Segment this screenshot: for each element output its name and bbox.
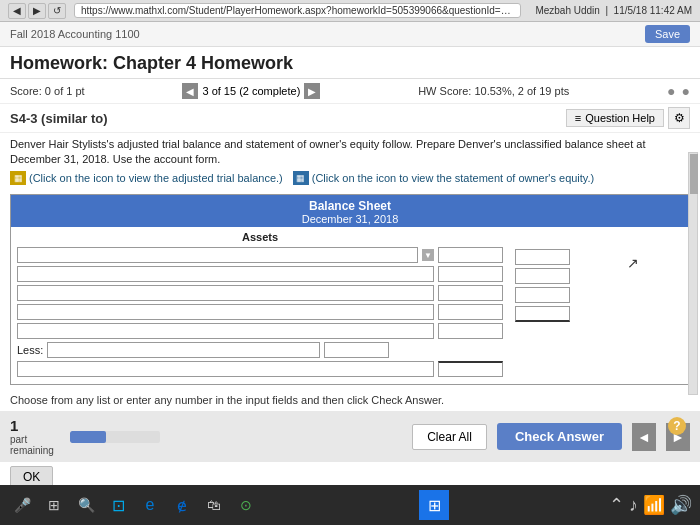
taskbar-right: ⌃ ♪ 📶 🔊 [609,494,692,516]
right-amount-3[interactable] [515,287,570,303]
circle-icon-2: ● [682,83,690,99]
top-header: Fall 2018 Accounting 1100 Save [0,22,700,47]
question-help-label: Question Help [585,112,655,124]
sheet-title: Balance Sheet [11,199,689,213]
circle-icon-1: ● [667,83,675,99]
score-label: Score: 0 of 1 pt [10,85,85,97]
help-circle[interactable]: ? [668,417,686,435]
taskbar-store-icon[interactable]: 🛍 [200,491,228,519]
page-title-bar: Homework: Chapter 4 Homework [0,47,700,79]
part-number: 1 [10,417,60,434]
back-button[interactable]: ◀ [8,3,26,19]
asset-amount-3[interactable] [438,285,503,301]
bs-header: Balance Sheet December 31, 2018 [11,195,689,227]
progress-bar-fill [70,431,106,443]
bs-right-row-3 [515,287,683,303]
equity-icon: ▦ [293,171,309,185]
asset-amount-6[interactable] [438,361,503,377]
clear-all-button[interactable]: Clear All [412,424,487,450]
taskbar-edge-icon[interactable]: e [136,491,164,519]
taskbar-explorer-icon[interactable]: ⊡ [104,491,132,519]
main-content: Fall 2018 Accounting 1100 Save Homework:… [0,22,700,485]
prev-question-button[interactable]: ◀ [182,83,198,99]
taskbar-windows-icon[interactable]: ⊞ [40,491,68,519]
taskbar: 🎤 ⊞ 🔍 ⊡ e ɇ 🛍 ⊙ ⊞ ⌃ ♪ 📶 🔊 [0,485,700,525]
trial-balance-icon: ▦ [10,171,26,185]
problem-text: Denver Hair Stylists's adjusted trial ba… [10,138,645,165]
asset-label-3[interactable] [17,285,434,301]
dropdown-arrow-1[interactable]: ▼ [422,249,434,261]
scroll-thumb[interactable] [690,154,698,194]
hw-score: HW Score: 10.53%, 2 of 19 pts [418,85,569,97]
choose-instructions: Choose from any list or enter any number… [0,389,700,411]
part-info: 1 part remaining [10,417,60,456]
bs-row-1: ▼ [17,247,503,263]
bs-row-5 [17,323,503,339]
asset-label-1[interactable] [17,247,418,263]
bs-right-row-1 [515,249,683,265]
bs-left: Assets ▼ [11,231,509,380]
browser-bar: ◀ ▶ ↺ https://www.mathxl.com/Student/Pla… [0,0,700,22]
right-amount-4[interactable] [515,306,570,322]
forward-button[interactable]: ▶ [28,3,46,19]
action-row: 1 part remaining Clear All Check Answer … [0,411,700,462]
taskbar-center: ⊞ [264,490,605,520]
equity-text: (Click on the icon to view the statement… [312,171,595,186]
check-answer-button[interactable]: Check Answer [497,423,622,450]
icons-right: ● ● [667,83,690,99]
refresh-button[interactable]: ↺ [48,3,66,19]
problem-description: Denver Hair Stylists's adjusted trial ba… [0,133,700,190]
nav-center: ◀ 3 of 15 (2 complete) ▶ [182,83,320,99]
scrollbar[interactable] [688,152,698,395]
nav-text: 3 of 15 (2 complete) [202,85,300,97]
asset-amount-5[interactable] [438,323,503,339]
bs-body: Assets ▼ [11,227,689,384]
gear-icon: ⚙ [674,111,685,125]
sheet-date: December 31, 2018 [11,213,689,225]
less-amount[interactable] [324,342,389,358]
ok-button[interactable]: OK [10,466,53,485]
question-help-button[interactable]: ≡ Question Help [566,109,664,127]
equity-statement-link[interactable]: ▦ (Click on the icon to view the stateme… [293,171,595,186]
bs-row-3 [17,285,503,301]
right-amount-1[interactable] [515,249,570,265]
taskbar-edge2-icon[interactable]: ɇ [168,491,196,519]
asset-amount-1[interactable] [438,247,503,263]
bs-row-6 [17,361,503,377]
asset-amount-2[interactable] [438,266,503,282]
bs-right-row-2 [515,268,683,284]
taskbar-icons-right: ⌃ ♪ 📶 🔊 [609,494,692,516]
asset-label-2[interactable] [17,266,434,282]
save-button[interactable]: Save [645,25,690,43]
progress-bar-container [70,431,160,443]
bs-right [509,231,689,380]
balance-sheet-area: Balance Sheet December 31, 2018 Assets ▼ [10,194,690,385]
page-title: Homework: Chapter 4 Homework [10,53,690,74]
bs-row-less: Less: [17,342,503,358]
trial-balance-link[interactable]: ▦ (Click on the icon to view the adjuste… [10,171,283,186]
user-info: Mezbah Uddin | 11/5/18 11:42 AM [535,5,692,16]
asset-amount-4[interactable] [438,304,503,320]
less-label: Less: [17,344,43,356]
part-label: part [10,434,60,445]
prev-nav-button[interactable]: ◄ [632,423,656,451]
taskbar-search-icon[interactable]: 🔍 [72,491,100,519]
windows-start-button[interactable]: ⊞ [419,490,449,520]
asset-label-6[interactable] [17,361,434,377]
taskbar-chrome-icon[interactable]: ⊙ [232,491,260,519]
trial-balance-text: (Click on the icon to view the adjusted … [29,171,283,186]
asset-label-5[interactable] [17,323,434,339]
question-help-icon: ≡ [575,112,581,124]
less-label-input[interactable] [47,342,319,358]
assets-title: Assets [17,231,503,243]
bs-row-2 [17,266,503,282]
url-bar[interactable]: https://www.mathxl.com/Student/PlayerHom… [74,3,521,18]
icon-row: ▦ (Click on the icon to view the adjuste… [10,171,690,186]
ok-row: OK [0,462,700,485]
bs-right-row-4 [515,306,683,322]
asset-label-4[interactable] [17,304,434,320]
gear-button[interactable]: ⚙ [668,107,690,129]
next-question-button[interactable]: ▶ [304,83,320,99]
right-amount-2[interactable] [515,268,570,284]
taskbar-mic-icon[interactable]: 🎤 [8,491,36,519]
